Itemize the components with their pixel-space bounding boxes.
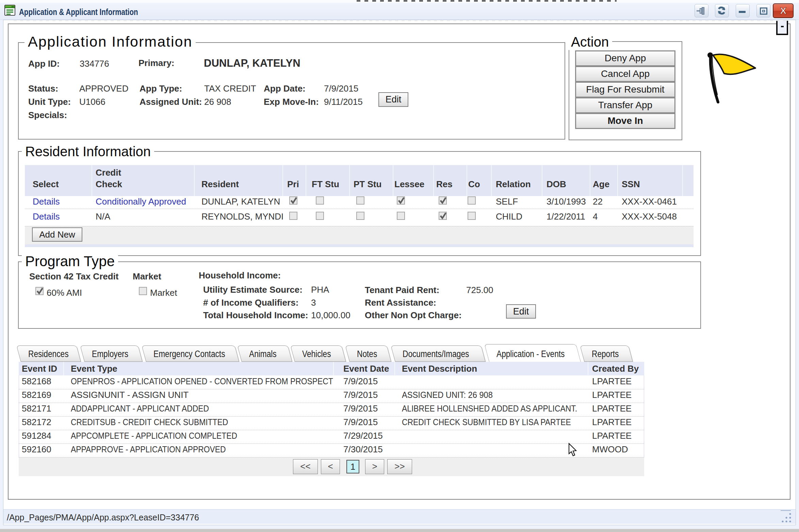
svg-text:X: X: [780, 5, 786, 16]
